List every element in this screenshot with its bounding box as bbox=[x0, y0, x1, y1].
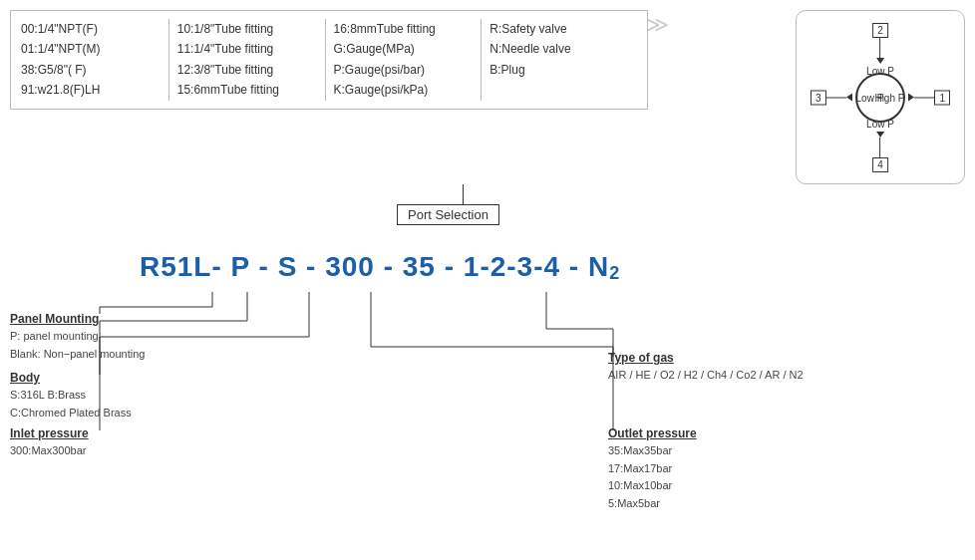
panel-mounting-title: Panel Mounting bbox=[10, 312, 145, 326]
port-2-box: 2 bbox=[872, 23, 888, 38]
legend-item: R:Safety valve bbox=[489, 19, 629, 39]
port-bottom: Low P 4 bbox=[866, 119, 894, 172]
legend-item: 12:3/8"Tube fitting bbox=[177, 60, 317, 80]
type-of-gas-title: Type of gas bbox=[608, 351, 804, 365]
inlet-pressure-title: Inlet pressure bbox=[10, 426, 89, 440]
legend-item: 91:w21.8(F)LH bbox=[21, 80, 161, 100]
legend-col-2: 10:1/8"Tube fitting 11:1/4"Tube fitting … bbox=[169, 19, 326, 101]
port-top-arrow bbox=[876, 58, 884, 64]
legend-item: 16:8mmTube fitting bbox=[334, 19, 474, 39]
legend-item: 15:6mmTube fitting bbox=[177, 80, 317, 100]
legend-item: K:Gauge(psi/kPa) bbox=[334, 80, 474, 100]
inlet-pressure-line-0: 300:Max300bar bbox=[10, 442, 89, 460]
legend-item: P:Gauge(psi/bar) bbox=[334, 60, 474, 80]
inlet-pressure-section: Inlet pressure 300:Max300bar bbox=[10, 426, 89, 460]
panel-mounting-line-1: Blank: Non−panel mounting bbox=[10, 346, 145, 364]
panel-mounting-section: Panel Mounting P: panel mounting Blank: … bbox=[10, 312, 145, 363]
body-section: Body S:316L B:Brass C:Chromed Plated Bra… bbox=[10, 371, 132, 421]
model-text: R51L- P - S - 300 - 35 - 1-2-3-4 - N bbox=[140, 251, 609, 282]
legend-item: N:Needle valve bbox=[489, 39, 629, 59]
double-arrow-icon: ≫ bbox=[646, 12, 669, 38]
port-top-line bbox=[879, 38, 880, 58]
port-left-arrow bbox=[846, 94, 852, 102]
body-line-1: C:Chromed Plated Brass bbox=[10, 405, 132, 422]
port-1-box: 1 bbox=[934, 90, 950, 105]
legend-box: 00:1/4"NPT(F) 01:1/4"NPT(M) 38:G5/8"( F)… bbox=[10, 10, 648, 110]
port-inner: 2 Low P Low P 4 3 Low P 1 High P bbox=[811, 23, 950, 172]
legend-col-4: R:Safety valve N:Needle valve B:Plug bbox=[482, 19, 637, 101]
port-left: 3 Low P bbox=[811, 90, 883, 105]
port-3-box: 3 bbox=[811, 90, 826, 105]
outlet-pressure-line-2: 10:Max10bar bbox=[608, 477, 697, 495]
port-right: 1 High P bbox=[874, 90, 950, 105]
model-subscript: 2 bbox=[609, 263, 619, 283]
outlet-pressure-line-1: 17:Max17bar bbox=[608, 460, 697, 478]
legend-item: 00:1/4"NPT(F) bbox=[21, 19, 161, 39]
legend-item: 11:1/4"Tube fitting bbox=[177, 39, 317, 59]
outlet-pressure-line-0: 35:Max35bar bbox=[608, 442, 697, 460]
port-bottom-label: Low P bbox=[866, 119, 894, 130]
model-string-area: R51L- P - S - 300 - 35 - 1-2-3-4 - N2 bbox=[140, 251, 619, 284]
port-right-line bbox=[914, 97, 934, 98]
type-of-gas-line-0: AIR / HE / O2 / H2 / Ch4 / Co2 / AR / N2 bbox=[608, 367, 804, 385]
legend-col-1: 00:1/4"NPT(F) 01:1/4"NPT(M) 38:G5/8"( F)… bbox=[21, 19, 169, 101]
legend-item: 10:1/8"Tube fitting bbox=[177, 19, 317, 39]
type-of-gas-section: Type of gas AIR / HE / O2 / H2 / Ch4 / C… bbox=[608, 351, 804, 385]
body-title: Body bbox=[10, 371, 132, 385]
legend-item: B:Plug bbox=[489, 60, 629, 80]
outlet-pressure-section: Outlet pressure 35:Max35bar 17:Max17bar … bbox=[608, 426, 697, 512]
panel-mounting-line-0: P: panel mounting bbox=[10, 328, 145, 346]
port-4-box: 4 bbox=[872, 157, 888, 172]
port-selection-box: Port Selection bbox=[397, 204, 499, 225]
legend-item: G:Gauge(MPa) bbox=[334, 39, 474, 59]
port-top: 2 Low P bbox=[866, 23, 894, 77]
port-right-label: High P bbox=[874, 92, 904, 103]
port-diagram: 2 Low P Low P 4 3 Low P 1 High P bbox=[796, 10, 965, 184]
outlet-pressure-line-3: 5:Max5bar bbox=[608, 495, 697, 513]
outlet-pressure-title: Outlet pressure bbox=[608, 426, 697, 440]
legend-item: 38:G5/8"( F) bbox=[21, 60, 161, 80]
body-line-0: S:316L B:Brass bbox=[10, 387, 132, 405]
port-left-line bbox=[826, 97, 846, 98]
legend-item: 01:1/4"NPT(M) bbox=[21, 39, 161, 59]
legend-col-3: 16:8mmTube fitting G:Gauge(MPa) P:Gauge(… bbox=[326, 19, 483, 101]
port-bottom-line bbox=[879, 138, 880, 157]
